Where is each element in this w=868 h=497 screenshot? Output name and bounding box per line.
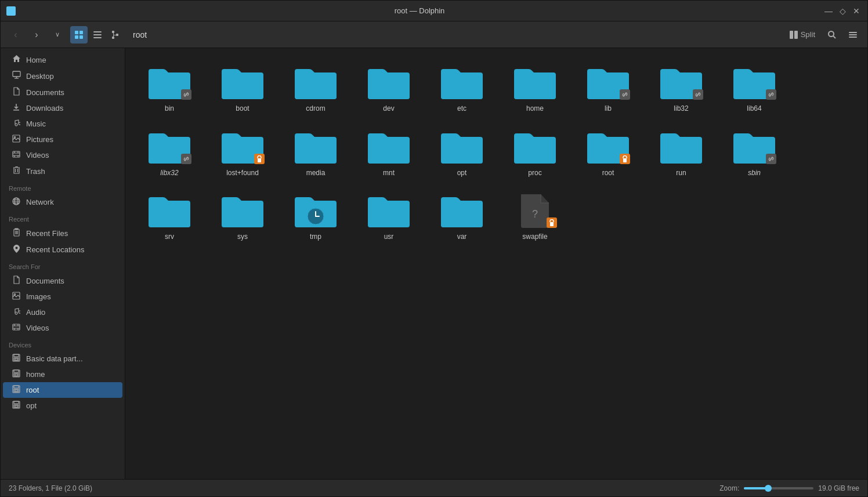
search-button[interactable] xyxy=(823,26,841,43)
file-item-dev[interactable]: dev xyxy=(354,57,424,118)
sidebar-item-trash[interactable]: Trash xyxy=(3,163,122,179)
svg-rect-34 xyxy=(15,228,18,230)
app-icon xyxy=(6,6,16,16)
history-dropdown-button[interactable]: ∨ xyxy=(48,26,67,44)
folder-icon-run xyxy=(658,128,704,165)
file-item-etc[interactable]: etc xyxy=(427,57,497,118)
close-button[interactable]: ✕ xyxy=(851,6,862,16)
svg-rect-47 xyxy=(14,370,19,372)
file-name-etc: etc xyxy=(457,104,466,114)
svg-rect-13 xyxy=(794,31,798,39)
link-badge-lib xyxy=(620,89,630,100)
file-name-proc: proc xyxy=(528,169,541,178)
sidebar-icon-downloads xyxy=(11,103,21,113)
file-name-root: root xyxy=(602,169,614,178)
tree-view-button[interactable] xyxy=(107,26,125,43)
minimize-button[interactable]: — xyxy=(823,6,834,16)
sidebar-item-videos[interactable]: Videos xyxy=(3,147,122,163)
sidebar-item-basic-data[interactable]: Basic data part... xyxy=(3,351,122,367)
menu-button[interactable] xyxy=(844,26,862,43)
restore-button[interactable]: ◇ xyxy=(837,6,848,16)
sidebar-icon-videos xyxy=(11,150,21,160)
svg-rect-58 xyxy=(258,158,261,162)
sidebar-item-root-dev[interactable]: root xyxy=(3,382,122,398)
sidebar-places-section: HomeDesktopDocumentsDownloadsMusicPictur… xyxy=(1,52,125,179)
file-item-lib32[interactable]: lib32 xyxy=(646,57,716,118)
icon-view-button[interactable] xyxy=(70,26,88,43)
file-item-srv[interactable]: srv xyxy=(135,186,204,246)
file-item-cdrom[interactable]: cdrom xyxy=(281,57,350,118)
sidebar-label-downloads: Downloads xyxy=(26,104,63,113)
sidebar-icon-trash xyxy=(11,166,21,176)
zoom-slider[interactable] xyxy=(744,487,813,489)
list-view-button[interactable] xyxy=(89,26,106,43)
file-item-mnt[interactable]: mnt xyxy=(354,122,424,183)
svg-rect-4 xyxy=(93,31,102,32)
folder-icon-root xyxy=(585,128,631,165)
sidebar-item-home[interactable]: Home xyxy=(3,52,122,68)
file-item-tmp[interactable]: tmp xyxy=(281,186,350,246)
sidebar-label-home-dev: home xyxy=(26,370,45,379)
file-item-libx32[interactable]: libx32 xyxy=(135,122,204,183)
sidebar-label-videos: Videos xyxy=(26,151,49,159)
file-item-usr[interactable]: usr xyxy=(354,186,424,246)
zoom-label: Zoom: xyxy=(719,484,739,492)
sidebar-item-downloads[interactable]: Downloads xyxy=(3,100,122,116)
folder-icon-lib64 xyxy=(731,63,777,101)
file-item-lib64[interactable]: lib64 xyxy=(719,57,789,118)
file-item-boot[interactable]: boot xyxy=(208,57,277,118)
sidebar-item-search-audio[interactable]: Audio xyxy=(3,304,122,320)
lock-badge-lost+found xyxy=(254,154,265,164)
file-item-lib[interactable]: lib xyxy=(573,57,643,118)
sidebar-icon-search-audio xyxy=(11,307,21,317)
sidebar-label-search-documents: Documents xyxy=(26,277,64,285)
svg-rect-0 xyxy=(75,31,78,34)
file-name-media: media xyxy=(306,169,326,178)
sidebar-item-search-videos[interactable]: Videos xyxy=(3,320,122,336)
sidebar-item-pictures[interactable]: Pictures xyxy=(3,132,122,147)
back-button[interactable]: ‹ xyxy=(6,26,25,44)
file-item-sbin[interactable]: sbin xyxy=(719,122,789,183)
svg-rect-25 xyxy=(13,151,20,157)
file-item-home[interactable]: home xyxy=(500,57,570,118)
file-item-opt[interactable]: opt xyxy=(427,122,497,183)
sidebar-item-network[interactable]: Network xyxy=(3,194,122,210)
forward-button[interactable]: › xyxy=(27,26,46,44)
sidebar-icon-recent-locations xyxy=(11,244,21,255)
sidebar-item-opt-dev[interactable]: opt xyxy=(3,398,122,413)
file-item-swapfile[interactable]: ? swapfile xyxy=(500,186,570,246)
file-item-proc[interactable]: proc xyxy=(500,122,570,183)
file-name-cdrom: cdrom xyxy=(306,104,325,114)
file-item-var[interactable]: var xyxy=(427,186,497,246)
sidebar-item-home-dev[interactable]: home xyxy=(3,367,122,382)
file-item-media[interactable]: media xyxy=(281,122,350,183)
zoom-slider-thumb xyxy=(765,485,772,492)
sidebar-label-basic-data: Basic data part... xyxy=(26,354,83,363)
svg-rect-45 xyxy=(15,358,17,360)
sidebar-item-search-images[interactable]: Images xyxy=(3,289,122,304)
file-name-lib64: lib64 xyxy=(747,104,761,114)
sidebar-item-recent-files[interactable]: Recent Files xyxy=(3,225,122,241)
sidebar-label-network: Network xyxy=(26,198,54,206)
split-button[interactable]: Split xyxy=(784,28,820,42)
sidebar-item-music[interactable]: Music xyxy=(3,116,122,132)
sidebar-icon-pictures xyxy=(11,135,21,144)
breadcrumb[interactable]: root xyxy=(127,28,782,42)
sidebar-item-documents[interactable]: Documents xyxy=(3,84,122,100)
sidebar-icon-root-dev xyxy=(11,385,21,395)
file-item-root[interactable]: root xyxy=(573,122,643,183)
file-item-lost+found[interactable]: lost+found xyxy=(208,122,277,183)
folder-icon-cdrom xyxy=(292,63,339,101)
file-name-home: home xyxy=(526,104,544,114)
sidebar-item-recent-locations[interactable]: Recent Locations xyxy=(3,241,122,257)
lock-badge-swapfile xyxy=(547,217,557,228)
sidebar-item-search-documents[interactable]: Documents xyxy=(3,273,122,289)
sidebar-label-search-audio: Audio xyxy=(26,308,45,317)
sidebar-item-desktop[interactable]: Desktop xyxy=(3,68,122,84)
file-item-bin[interactable]: bin xyxy=(135,57,204,118)
file-item-sys[interactable]: sys xyxy=(208,186,277,246)
file-name-run: run xyxy=(676,169,686,178)
sidebar-icon-music xyxy=(11,119,21,129)
file-item-run[interactable]: run xyxy=(646,122,716,183)
svg-rect-12 xyxy=(790,31,793,39)
